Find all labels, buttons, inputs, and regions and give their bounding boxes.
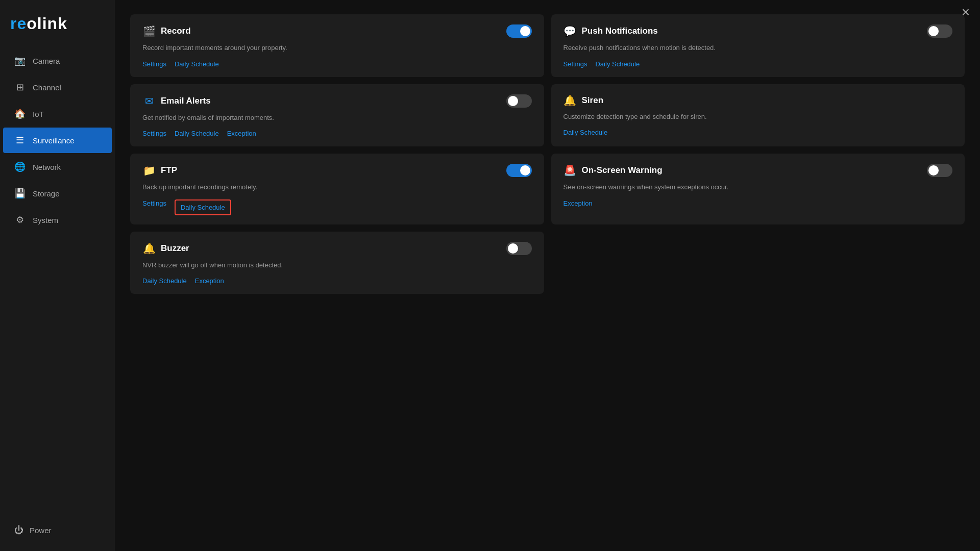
logo: reolink (0, 5, 115, 47)
email-toggle[interactable] (506, 94, 532, 108)
sidebar-item-surveillance[interactable]: ☰ Surveillance (3, 128, 112, 153)
card-onscreen-title-row: 🚨 On-Screen Warning (564, 164, 663, 177)
close-button[interactable]: × (962, 5, 970, 19)
card-ftp-desc: Back up important recordings remotely. (142, 182, 316, 192)
siren-daily-schedule-link[interactable]: Daily Schedule (564, 129, 608, 136)
card-ftp-title-row: 📁 FTP (142, 164, 177, 177)
ftp-toggle-knob (520, 165, 530, 176)
card-buzzer-links: Daily Schedule Exception (142, 277, 532, 285)
card-record-header: 🎬 Record (142, 24, 532, 38)
email-toggle-knob (508, 96, 518, 106)
storage-icon: 💾 (14, 188, 26, 199)
card-email-links: Settings Daily Schedule Exception (142, 130, 532, 137)
push-icon: 💬 (564, 25, 577, 37)
siren-icon: 🔔 (564, 94, 577, 107)
iot-icon: 🏠 (14, 108, 26, 119)
record-toggle-knob (520, 26, 530, 36)
logo-link: olink (27, 14, 67, 33)
card-record-title: Record (161, 26, 191, 36)
card-push-header: 💬 Push Notifications (564, 24, 953, 38)
main-content: × 🎬 Record Record important moments arou… (115, 0, 980, 551)
card-siren-desc: Customize detection type and schedule fo… (564, 112, 737, 122)
record-daily-schedule-link[interactable]: Daily Schedule (175, 60, 219, 68)
push-toggle-knob (928, 26, 939, 36)
card-buzzer-desc: NVR buzzer will go off when motion is de… (142, 260, 316, 270)
sidebar-label-surveillance: Surveillance (33, 136, 75, 145)
sidebar-label-channel: Channel (33, 83, 61, 92)
email-icon: ✉ (142, 95, 156, 107)
onscreen-toggle-knob (928, 165, 939, 176)
email-exception-link[interactable]: Exception (227, 130, 256, 137)
system-icon: ⚙ (14, 214, 26, 226)
card-onscreen-header: 🚨 On-Screen Warning (564, 164, 953, 177)
sidebar-item-network[interactable]: 🌐 Network (3, 154, 112, 180)
sidebar-item-camera[interactable]: 📷 Camera (3, 48, 112, 73)
logo-re: re (10, 14, 27, 33)
card-push-notifications: 💬 Push Notifications Receive push notifi… (551, 14, 965, 77)
card-buzzer-header: 🔔 Buzzer (142, 242, 532, 255)
record-icon: 🎬 (142, 25, 156, 37)
card-email-title-row: ✉ Email Alerts (142, 95, 211, 107)
card-push-title: Push Notifications (582, 26, 658, 36)
sidebar: reolink 📷 Camera ⊞ Channel 🏠 IoT ☰ Surve… (0, 0, 115, 551)
sidebar-item-storage[interactable]: 💾 Storage (3, 181, 112, 206)
buzzer-toggle[interactable] (506, 242, 532, 255)
card-record-desc: Record important moments around your pro… (142, 43, 316, 53)
record-toggle[interactable] (506, 24, 532, 38)
card-buzzer-title-row: 🔔 Buzzer (142, 242, 189, 255)
power-icon: ⏻ (14, 525, 23, 536)
card-ftp-links: Settings Daily Schedule (142, 199, 532, 215)
buzzer-daily-schedule-link[interactable]: Daily Schedule (142, 277, 187, 285)
sidebar-label-network: Network (33, 163, 61, 171)
sidebar-item-channel[interactable]: ⊞ Channel (3, 74, 112, 100)
buzzer-exception-link[interactable]: Exception (195, 277, 224, 285)
channel-icon: ⊞ (14, 82, 26, 93)
card-onscreen-warning: 🚨 On-Screen Warning See on-screen warnin… (551, 154, 965, 224)
push-daily-schedule-link[interactable]: Daily Schedule (595, 60, 640, 68)
card-email-title: Email Alerts (161, 96, 211, 106)
card-record-title-row: 🎬 Record (142, 25, 191, 37)
card-siren-header: 🔔 Siren (564, 94, 953, 107)
card-onscreen-links: Exception (564, 199, 953, 207)
ftp-daily-schedule-link[interactable]: Daily Schedule (175, 199, 231, 215)
buzzer-toggle-knob (508, 243, 518, 254)
email-settings-link[interactable]: Settings (142, 130, 166, 137)
card-siren: 🔔 Siren Customize detection type and sch… (551, 84, 965, 147)
sidebar-label-iot: IoT (33, 110, 44, 118)
card-ftp-title: FTP (161, 165, 177, 176)
card-email-desc: Get notified by emails of important mome… (142, 113, 316, 123)
card-push-links: Settings Daily Schedule (564, 60, 953, 68)
onscreen-exception-link[interactable]: Exception (564, 199, 593, 207)
ftp-settings-link[interactable]: Settings (142, 199, 166, 215)
card-buzzer-title: Buzzer (161, 243, 189, 254)
card-push-desc: Receive push notifications when motion i… (564, 43, 737, 53)
power-button[interactable]: ⏻ Power (10, 520, 105, 541)
cards-grid: 🎬 Record Record important moments around… (130, 14, 965, 294)
buzzer-icon: 🔔 (142, 242, 156, 255)
card-push-title-row: 💬 Push Notifications (564, 25, 658, 37)
card-ftp: 📁 FTP Back up important recordings remot… (130, 154, 544, 224)
surveillance-icon: ☰ (14, 135, 26, 146)
card-onscreen-title: On-Screen Warning (582, 165, 663, 176)
sidebar-bottom: ⏻ Power (0, 510, 115, 551)
card-buzzer: 🔔 Buzzer NVR buzzer will go off when mot… (130, 232, 544, 294)
record-settings-link[interactable]: Settings (142, 60, 166, 68)
network-icon: 🌐 (14, 161, 26, 172)
power-label: Power (30, 526, 52, 535)
card-email-header: ✉ Email Alerts (142, 94, 532, 108)
onscreen-icon: 🚨 (564, 164, 577, 177)
sidebar-item-system[interactable]: ⚙ System (3, 207, 112, 233)
sidebar-item-iot[interactable]: 🏠 IoT (3, 101, 112, 127)
push-settings-link[interactable]: Settings (564, 60, 587, 68)
card-onscreen-desc: See on-screen warnings when system excep… (564, 182, 737, 192)
email-daily-schedule-link[interactable]: Daily Schedule (175, 130, 219, 137)
ftp-icon: 📁 (142, 164, 156, 177)
card-ftp-header: 📁 FTP (142, 164, 532, 177)
sidebar-label-system: System (33, 216, 58, 224)
push-toggle[interactable] (927, 24, 952, 38)
onscreen-toggle[interactable] (927, 164, 952, 177)
card-email-alerts: ✉ Email Alerts Get notified by emails of… (130, 84, 544, 147)
camera-icon: 📷 (14, 55, 26, 66)
ftp-toggle[interactable] (506, 164, 532, 177)
card-siren-title-row: 🔔 Siren (564, 94, 604, 107)
